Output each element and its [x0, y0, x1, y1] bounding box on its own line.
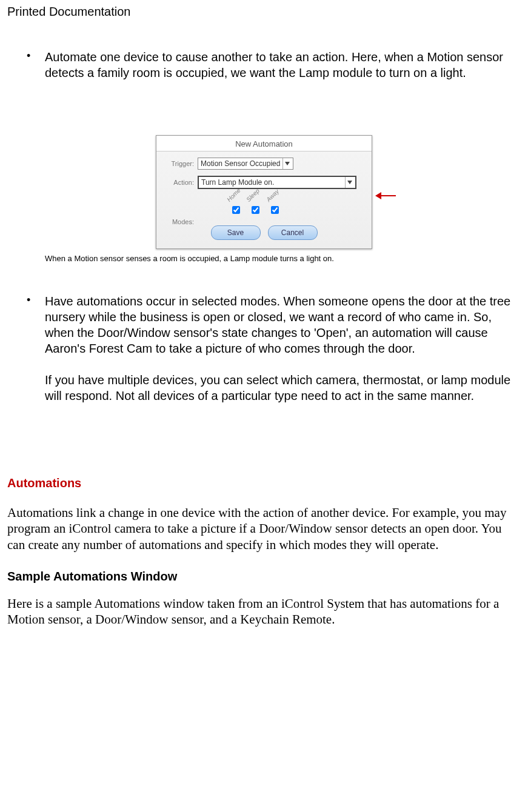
- bullet-2-para-2: If you have multiple devices, you can se…: [45, 373, 510, 402]
- mode-home-label: Home: [226, 187, 242, 203]
- trigger-label: Trigger:: [165, 160, 194, 167]
- action-select[interactable]: Turn Lamp Module on.: [198, 176, 356, 189]
- mode-away-label: Away: [265, 188, 280, 203]
- section-heading-automations: Automations: [7, 476, 521, 490]
- action-value: Turn Lamp Module on.: [201, 178, 343, 187]
- trigger-value: Motion Sensor Occupied: [201, 159, 280, 168]
- mode-home-checkbox[interactable]: [232, 206, 240, 214]
- cancel-button[interactable]: Cancel: [268, 225, 318, 240]
- mode-away-checkbox[interactable]: [271, 206, 279, 214]
- chevron-down-icon: [345, 177, 354, 188]
- svg-marker-1: [347, 181, 352, 184]
- page-header: Printed Documentation: [7, 5, 521, 19]
- trigger-select[interactable]: Motion Sensor Occupied: [198, 158, 293, 170]
- bullet-item-2: Have automations occur in selected modes…: [27, 293, 521, 404]
- subheading-sample-window: Sample Automations Window: [7, 570, 521, 584]
- bullet-item-1: Automate one device to cause another to …: [27, 49, 521, 81]
- automations-body-text: Automations link a change in one device …: [7, 505, 521, 553]
- modes-label: Modes:: [165, 218, 194, 225]
- svg-marker-3: [375, 192, 381, 199]
- action-label: Action:: [165, 179, 194, 186]
- bullet-2-para-1: Have automations occur in selected modes…: [45, 295, 510, 355]
- chevron-down-icon: [282, 158, 292, 169]
- panel-title: New Automation: [156, 136, 372, 151]
- mode-sleep-checkbox[interactable]: [252, 206, 259, 214]
- mode-sleep-label: Sleep: [245, 187, 261, 203]
- svg-marker-0: [285, 162, 290, 165]
- new-automation-panel: New Automation Trigger: Motion Sensor Oc…: [156, 135, 372, 249]
- pointer-arrow-icon: [375, 190, 396, 203]
- save-button[interactable]: Save: [211, 225, 261, 240]
- sample-window-body-text: Here is a sample Automations window take…: [7, 596, 521, 628]
- figure-caption-1: When a Motion sensor senses a room is oc…: [45, 254, 521, 263]
